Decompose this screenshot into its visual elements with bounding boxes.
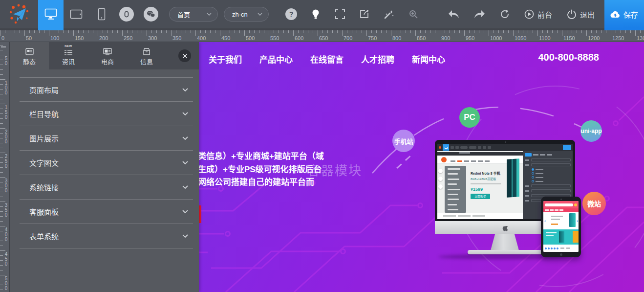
ruler-tick: [39, 30, 40, 33]
ruler-tick: [567, 30, 567, 33]
miniprogram-button[interactable]: [119, 7, 134, 22]
ruler-tick: [454, 30, 455, 33]
tablet-home-button: [560, 253, 562, 256]
tab-ecommerce[interactable]: 电商: [88, 42, 127, 69]
page-dropdown[interactable]: 首页: [169, 7, 218, 22]
ruler-tick: [93, 30, 93, 33]
page-canvas[interactable]: 关于我们 产品中心 在线留言 人才招聘 新闻中心 400-800-8888 类信…: [199, 42, 644, 292]
ruler-tick: [366, 30, 367, 36]
tab-info[interactable]: 信息: [127, 42, 166, 69]
section-system-links[interactable]: 系统链接: [20, 175, 193, 200]
ruler-tick: [0, 118, 3, 119]
ruler-guide-handle[interactable]: [1, 46, 6, 47]
ruler-tick: [181, 30, 181, 33]
ruler-tick: [0, 192, 3, 192]
ruler-tick: [523, 30, 523, 33]
ruler-tick: [205, 30, 206, 33]
hero-line: 网络公司搭建自己的建站平台而: [199, 176, 324, 189]
nav-item-about[interactable]: 关于我们: [209, 53, 242, 65]
device-phone-button[interactable]: [89, 0, 114, 28]
widgets-panel: 静态 NEW 资讯 电商 信息: [10, 42, 199, 292]
panel-close-button[interactable]: [178, 49, 191, 62]
section-page-layout[interactable]: 页面布局: [20, 77, 193, 102]
nav-item-news[interactable]: 新闻中心: [412, 53, 445, 65]
save-button[interactable]: 保存: [604, 0, 644, 28]
nav-item-careers[interactable]: 人才招聘: [361, 53, 394, 65]
ruler-label: 200: [99, 35, 108, 41]
section-column-nav[interactable]: 栏目导航: [20, 102, 193, 126]
seo-search-button[interactable]: [408, 8, 419, 20]
ruler-tick: [0, 231, 3, 231]
ruler-tick: [552, 30, 553, 33]
magic-wand-button[interactable]: [383, 8, 395, 20]
ruler-tick: [508, 30, 509, 33]
ruler-tick: [474, 30, 474, 33]
import-template-button[interactable]: [359, 8, 370, 20]
ruler-tick: [210, 30, 211, 33]
tab-news[interactable]: NEW 资讯: [49, 42, 88, 69]
tips-button[interactable]: [310, 8, 322, 20]
front-site-button[interactable]: 前台: [524, 9, 552, 20]
app-logo[interactable]: [0, 0, 38, 28]
ruler-tick: [0, 74, 3, 75]
ruler-tick: [68, 30, 69, 33]
wechat-button[interactable]: [144, 7, 158, 22]
ruler-tick: [503, 30, 504, 33]
editor-app: 首页 zh-cn ?: [0, 0, 644, 292]
ruler-tick: [54, 30, 54, 33]
container-module-watermark: 容器模块: [307, 160, 362, 179]
ruler-tick: [220, 30, 220, 36]
section-label: 文字图文: [29, 157, 59, 168]
ruler-tick: [0, 255, 3, 256]
tab-static[interactable]: 静态: [10, 42, 49, 69]
ruler-label: 900: [441, 35, 450, 41]
ruler-tick: [362, 30, 362, 33]
clipped-red-button[interactable]: [199, 205, 201, 223]
ruler-tick: [0, 138, 3, 138]
news-tab-icon: NEW: [64, 45, 72, 55]
help-button[interactable]: ?: [285, 8, 297, 20]
ruler-tick: [0, 280, 3, 280]
ruler-tick: [0, 236, 3, 236]
chevron-down-icon: [182, 136, 188, 140]
refresh-button[interactable]: [499, 8, 511, 20]
ruler-tick: [269, 30, 269, 36]
ruler-label: 600: [295, 35, 303, 41]
redo-icon: [473, 10, 485, 19]
ruler-tick: [0, 89, 3, 90]
redo-button[interactable]: [473, 8, 485, 20]
nav-item-products[interactable]: 产品中心: [259, 53, 293, 65]
ruler-tick: [371, 30, 372, 33]
ruler-tick: [176, 30, 176, 33]
vertical-ruler[interactable]: 50100150200250300350400450500: [0, 42, 10, 292]
ruler-tick: [195, 30, 196, 36]
device-desktop-button[interactable]: [38, 0, 64, 28]
horizontal-ruler[interactable]: 0501001502002503003504004505005506006507…: [0, 30, 644, 42]
undo-button[interactable]: [448, 8, 460, 20]
toolbar-bottom-strip: [0, 28, 644, 30]
ruler-tick: [5, 30, 5, 33]
section-text-graphic[interactable]: 文字图文: [20, 151, 193, 175]
save-label: 保存: [623, 9, 638, 20]
bubble-wei-site: 微站: [582, 192, 606, 215]
fullscreen-button[interactable]: [334, 8, 346, 20]
device-tablet-button[interactable]: [64, 0, 89, 28]
ruler-tick: [225, 30, 225, 33]
language-dropdown[interactable]: zh-cn: [224, 7, 269, 22]
ruler-tick: [283, 30, 284, 33]
section-service-panel[interactable]: 客服面板: [20, 200, 193, 224]
ruler-label: 650: [319, 35, 328, 41]
ruler-tick: [484, 30, 484, 33]
hero-text-block: 类信息）+专业商城+建站平台（域 生成）+专业PS级可视化排版后台 网络公司搭建…: [199, 150, 324, 189]
exit-button[interactable]: 退出: [567, 9, 595, 20]
ruler-tick: [186, 30, 186, 33]
ruler-tick: [0, 128, 5, 129]
nav-item-message[interactable]: 在线留言: [310, 53, 343, 65]
ruler-tick: [0, 285, 3, 285]
ruler-tick: [20, 30, 20, 33]
section-form-system[interactable]: 表单系统: [20, 224, 193, 248]
new-badge: NEW: [64, 45, 72, 47]
chevron-down-icon: [182, 88, 188, 91]
ruler-tick: [0, 133, 3, 134]
section-image-display[interactable]: 图片展示: [20, 126, 193, 151]
